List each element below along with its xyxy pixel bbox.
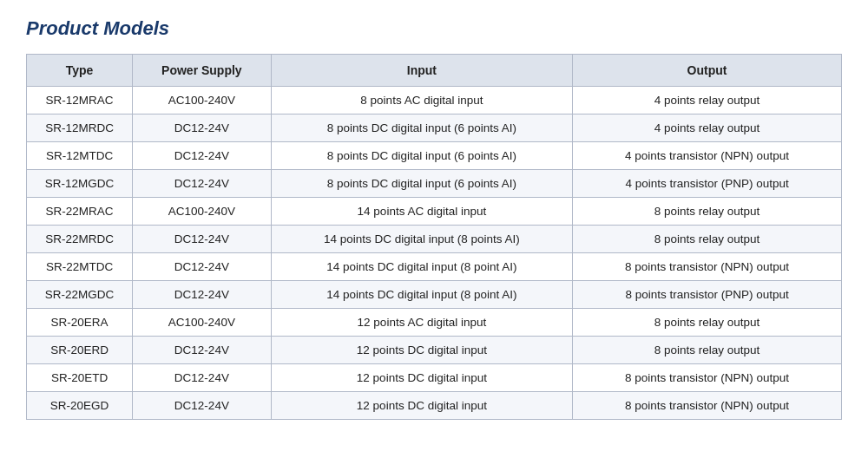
cell-output: 8 points relay output [573, 337, 842, 364]
table-row: SR-22MTDCDC12-24V14 points DC digital in… [27, 253, 842, 281]
cell-type: SR-22MTDC [27, 253, 133, 281]
cell-power: AC100-240V [133, 198, 272, 226]
page-title: Product Models [26, 17, 842, 40]
table-row: SR-22MRACAC100-240V14 points AC digital … [27, 198, 842, 226]
table-row: SR-12MTDCDC12-24V8 points DC digital inp… [27, 142, 842, 170]
cell-type: SR-12MRAC [27, 87, 133, 114]
cell-input: 8 points DC digital input (6 points AI) [271, 170, 572, 198]
cell-output: 8 points relay output [573, 198, 842, 226]
cell-output: 4 points relay output [573, 87, 842, 114]
product-models-table: Type Power Supply Input Output SR-12MRAC… [26, 54, 842, 420]
cell-type: SR-20ERD [27, 337, 133, 364]
cell-output: 4 points transistor (NPN) output [573, 142, 842, 170]
cell-input: 12 points DC digital input [271, 337, 572, 364]
cell-power: DC12-24V [133, 142, 272, 170]
cell-type: SR-20ERA [27, 309, 133, 337]
cell-input: 8 points DC digital input (6 points AI) [271, 142, 572, 170]
cell-output: 8 points transistor (NPN) output [573, 253, 842, 281]
cell-type: SR-20ETD [27, 364, 133, 392]
header-power: Power Supply [133, 55, 272, 87]
cell-power: DC12-24V [133, 392, 272, 420]
cell-input: 12 points DC digital input [271, 364, 572, 392]
cell-input: 12 points AC digital input [271, 309, 572, 337]
cell-type: SR-22MRAC [27, 198, 133, 226]
table-row: SR-20ERDDC12-24V12 points DC digital inp… [27, 337, 842, 364]
table-row: SR-12MRACAC100-240V8 points AC digital i… [27, 87, 842, 114]
cell-power: DC12-24V [133, 114, 272, 142]
cell-type: SR-12MRDC [27, 114, 133, 142]
header-type: Type [27, 55, 133, 87]
cell-output: 4 points transistor (PNP) output [573, 170, 842, 198]
cell-output: 4 points relay output [573, 114, 842, 142]
cell-input: 12 points DC digital input [271, 392, 572, 420]
cell-input: 8 points DC digital input (6 points AI) [271, 114, 572, 142]
cell-type: SR-12MGDC [27, 170, 133, 198]
cell-power: DC12-24V [133, 337, 272, 364]
cell-input: 14 points AC digital input [271, 198, 572, 226]
cell-input: 14 points DC digital input (8 points AI) [271, 226, 572, 253]
cell-power: DC12-24V [133, 281, 272, 309]
cell-input: 14 points DC digital input (8 point AI) [271, 281, 572, 309]
table-row: SR-22MRDCDC12-24V14 points DC digital in… [27, 226, 842, 253]
table-row: SR-12MRDCDC12-24V8 points DC digital inp… [27, 114, 842, 142]
cell-output: 8 points transistor (NPN) output [573, 364, 842, 392]
table-row: SR-22MGDCDC12-24V14 points DC digital in… [27, 281, 842, 309]
cell-type: SR-12MTDC [27, 142, 133, 170]
cell-type: SR-20EGD [27, 392, 133, 420]
cell-type: SR-22MGDC [27, 281, 133, 309]
cell-output: 8 points transistor (NPN) output [573, 392, 842, 420]
cell-type: SR-22MRDC [27, 226, 133, 253]
cell-power: DC12-24V [133, 364, 272, 392]
cell-power: AC100-240V [133, 87, 272, 114]
cell-power: AC100-240V [133, 309, 272, 337]
header-output: Output [573, 55, 842, 87]
cell-output: 8 points transistor (PNP) output [573, 281, 842, 309]
cell-power: DC12-24V [133, 253, 272, 281]
header-input: Input [271, 55, 572, 87]
cell-output: 8 points relay output [573, 226, 842, 253]
table-row: SR-20EGDDC12-24V12 points DC digital inp… [27, 392, 842, 420]
cell-power: DC12-24V [133, 170, 272, 198]
cell-power: DC12-24V [133, 226, 272, 253]
table-row: SR-20ETDDC12-24V12 points DC digital inp… [27, 364, 842, 392]
cell-output: 8 points relay output [573, 309, 842, 337]
cell-input: 8 points AC digital input [271, 87, 572, 114]
table-row: SR-12MGDCDC12-24V8 points DC digital inp… [27, 170, 842, 198]
table-row: SR-20ERAAC100-240V12 points AC digital i… [27, 309, 842, 337]
cell-input: 14 points DC digital input (8 point AI) [271, 253, 572, 281]
